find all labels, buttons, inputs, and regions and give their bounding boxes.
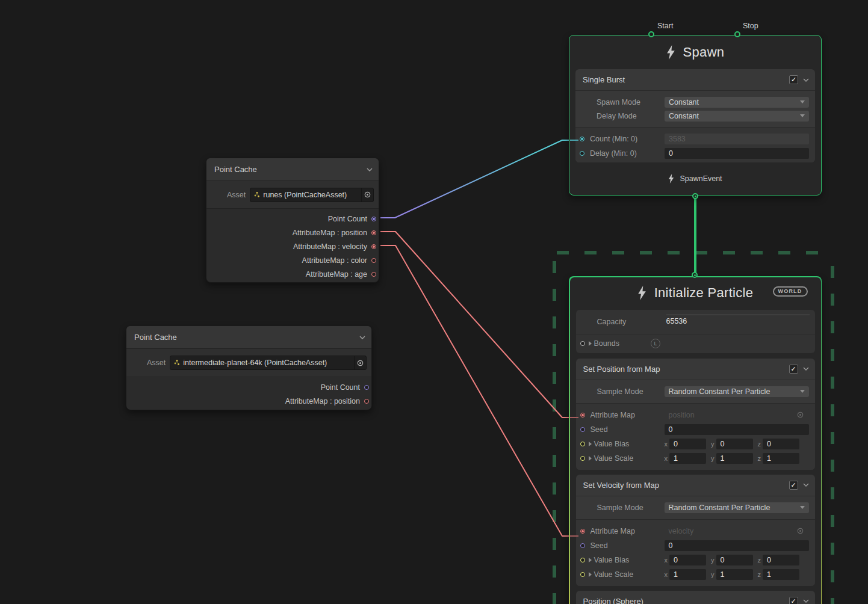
- asset-label: Asset: [227, 191, 246, 199]
- attribute-map-input-port[interactable]: [580, 529, 585, 534]
- chevron-down-icon[interactable]: [359, 336, 365, 339]
- set-position-from-map-block[interactable]: Set Position from Map Sample Mode Random…: [576, 359, 815, 470]
- object-picker-icon: [795, 525, 807, 538]
- attribute-map-input-port[interactable]: [580, 413, 585, 418]
- output-label: AttributeMap : position: [293, 229, 367, 237]
- chevron-down-icon[interactable]: [803, 599, 809, 603]
- seed-input-port[interactable]: [580, 543, 585, 548]
- value-bias-z-field[interactable]: 0: [763, 439, 799, 449]
- capacity-bounds-box: Capacity 65536 Bounds L: [576, 310, 815, 353]
- bounds-input-port[interactable]: [580, 341, 585, 346]
- block-enabled-checkbox[interactable]: [789, 365, 798, 374]
- value: 1: [721, 454, 725, 463]
- value-bias-x-field[interactable]: 0: [669, 439, 706, 449]
- value-bias-x-field[interactable]: 0: [669, 555, 706, 565]
- value-scale-y-field[interactable]: 1: [716, 569, 753, 580]
- space-world-badge[interactable]: WORLD: [773, 286, 808, 297]
- block-enabled-checkbox[interactable]: [789, 481, 798, 490]
- attributemap-color-output-port[interactable]: [371, 258, 376, 263]
- value-bias-input-port[interactable]: [580, 442, 585, 446]
- delay-value: 0: [669, 149, 673, 158]
- value: 1: [721, 570, 725, 579]
- output-label: AttributeMap : velocity: [293, 242, 367, 251]
- object-picker-icon[interactable]: [361, 188, 373, 202]
- block-enabled-checkbox[interactable]: [789, 75, 798, 84]
- vfx-graph-canvas[interactable]: Start Stop Spawn Single Burst Spawn Mode: [0, 0, 868, 604]
- block-title: Set Position from Map: [583, 365, 789, 374]
- axis-z-label: z: [758, 571, 761, 578]
- point-count-output-port[interactable]: [371, 217, 376, 221]
- value-scale-x-field[interactable]: 1: [669, 569, 706, 580]
- single-burst-block[interactable]: Single Burst Spawn Mode Constant Delay M…: [575, 69, 815, 162]
- initialize-particle-node[interactable]: Initialize Particle WORLD Capacity 65536…: [569, 276, 822, 604]
- count-label: Count (Min: 0): [590, 135, 665, 143]
- output-label: Point Count: [321, 383, 360, 392]
- delay-mode-value: Constant: [669, 112, 699, 120]
- sample-mode-dropdown[interactable]: Random Constant Per Particle: [665, 502, 809, 513]
- spawn-node[interactable]: Start Stop Spawn Single Burst Spawn Mode: [569, 35, 822, 196]
- value-bias-z-field[interactable]: 0: [763, 555, 799, 565]
- block-enabled-checkbox[interactable]: [789, 597, 798, 604]
- bounds-local-badge[interactable]: L: [651, 339, 660, 348]
- asset-object-field[interactable]: intermediate-planet-64k (PointCacheAsset…: [170, 356, 367, 370]
- expander-icon[interactable]: [589, 558, 592, 562]
- expander-icon[interactable]: [589, 572, 592, 577]
- set-velocity-from-map-block[interactable]: Set Velocity from Map Sample Mode Random…: [576, 475, 815, 586]
- expander-icon[interactable]: [589, 442, 592, 446]
- spawnevent-label: SpawnEvent: [680, 174, 722, 183]
- node-title: Spawn: [683, 45, 725, 60]
- attributemap-age-output-port[interactable]: [371, 272, 376, 277]
- point-cache-node-runes[interactable]: Point Cache Asset runes (PointCacheAsset…: [206, 158, 379, 283]
- value-scale-z-field[interactable]: 1: [763, 453, 799, 464]
- expander-icon[interactable]: [589, 456, 592, 461]
- asset-object-field[interactable]: runes (PointCacheAsset): [250, 188, 374, 202]
- value: 0: [767, 440, 771, 448]
- block-title: Set Velocity from Map: [583, 481, 789, 490]
- count-input-port[interactable]: [580, 137, 584, 141]
- point-cache-node-planet[interactable]: Point Cache Asset intermediate-planet-64…: [126, 325, 372, 410]
- start-flow-port[interactable]: [648, 31, 654, 37]
- expander-icon[interactable]: [589, 341, 592, 346]
- delay-mode-dropdown[interactable]: Constant: [665, 111, 809, 122]
- chevron-down-icon[interactable]: [367, 168, 373, 171]
- seed-field[interactable]: 0: [665, 424, 809, 435]
- value: 0: [674, 440, 678, 448]
- edge-pointcount-to-count[interactable]: [380, 140, 570, 218]
- spawnevent-output-port[interactable]: [692, 193, 698, 199]
- axis-x-label: x: [665, 556, 668, 564]
- value-bias-y-field[interactable]: 0: [716, 555, 753, 565]
- point-count-output-port[interactable]: [364, 385, 369, 390]
- value-scale-input-port[interactable]: [580, 456, 585, 461]
- attributemap-position-output-port[interactable]: [371, 230, 376, 235]
- initialize-input-port[interactable]: [692, 272, 698, 278]
- chevron-down-icon[interactable]: [803, 483, 809, 487]
- capacity-value: 65536: [666, 317, 687, 325]
- attributemap-position-output-port[interactable]: [364, 399, 369, 404]
- edge-position-map-to-setposition[interactable]: [380, 232, 570, 418]
- spawn-mode-dropdown[interactable]: Constant: [665, 97, 809, 108]
- sample-mode-dropdown[interactable]: Random Constant Per Particle: [665, 386, 809, 397]
- chevron-down-icon[interactable]: [803, 367, 809, 371]
- value-bias-input-port[interactable]: [580, 558, 585, 562]
- seed-input-port[interactable]: [580, 427, 585, 432]
- value-scale-input-port[interactable]: [580, 572, 585, 577]
- attributemap-velocity-output-port[interactable]: [371, 244, 376, 249]
- delay-field[interactable]: 0: [665, 148, 809, 159]
- position-sphere-block[interactable]: Position (Sphere): [576, 591, 815, 604]
- seed-field[interactable]: 0: [665, 540, 809, 551]
- axis-x-label: x: [665, 440, 668, 448]
- value-scale-x-field[interactable]: 1: [669, 453, 706, 464]
- value-bias-label: Value Bias: [594, 556, 665, 564]
- chevron-down-icon[interactable]: [803, 78, 809, 82]
- value-scale-z-field[interactable]: 1: [763, 569, 799, 580]
- edge-velocity-map-to-setvelocity[interactable]: [380, 245, 570, 536]
- value-scale-y-field[interactable]: 1: [716, 453, 753, 464]
- sample-mode-label: Sample Mode: [597, 387, 665, 396]
- stop-flow-port[interactable]: [734, 31, 740, 37]
- object-picker-icon[interactable]: [354, 356, 366, 369]
- delay-input-port[interactable]: [580, 151, 584, 156]
- start-port-label: Start: [657, 22, 673, 30]
- attribute-map-field: velocity: [665, 525, 809, 537]
- value-bias-y-field[interactable]: 0: [716, 439, 753, 449]
- capacity-field[interactable]: 65536: [666, 315, 810, 334]
